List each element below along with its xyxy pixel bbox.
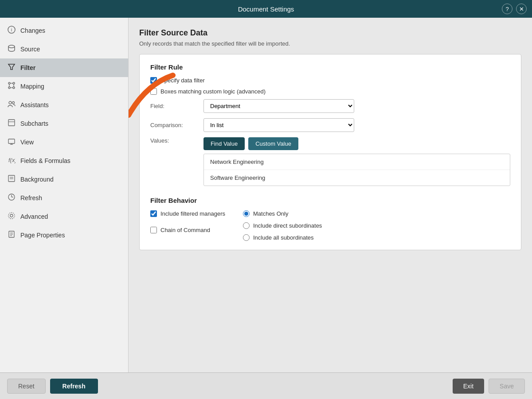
specify-filter-checkbox[interactable]	[150, 77, 157, 84]
svg-point-2	[8, 45, 15, 48]
help-button[interactable]: ?	[502, 4, 512, 14]
sidebar-item-advanced[interactable]: Advanced	[0, 207, 128, 226]
svg-marker-3	[8, 64, 15, 70]
comparison-select[interactable]: In list	[203, 118, 354, 132]
chain-of-command-label: Chain of Command	[160, 227, 210, 233]
footer: Reset Refresh Exit Save	[0, 372, 532, 399]
list-item: Software Engineering	[204, 170, 510, 186]
find-value-button[interactable]: Find Value	[203, 137, 245, 150]
sidebar-item-assistants[interactable]: Assistants	[0, 96, 128, 114]
matches-only-radio[interactable]	[243, 210, 250, 217]
sidebar-label-view: View	[20, 139, 34, 146]
values-row: Values: Find Value Custom Value Network …	[150, 137, 510, 186]
page-title: Filter Source Data	[139, 28, 521, 38]
sidebar-label-refresh: Refresh	[20, 194, 42, 201]
behavior-columns: Include filtered managers Chain of Comma…	[150, 210, 510, 241]
sidebar-item-source[interactable]: Source	[0, 40, 128, 58]
sidebar-label-background: Background	[20, 176, 54, 183]
behavior-left-col: Include filtered managers Chain of Comma…	[150, 210, 225, 241]
sidebar-item-page-properties[interactable]: Page Properties	[0, 226, 128, 244]
boxes-matching-label: Boxes matching custom logic (advanced)	[160, 88, 266, 95]
comparison-row: Comparison: In list	[150, 118, 510, 132]
matches-only-row: Matches Only	[243, 210, 322, 217]
title-bar: Document Settings ? ✕	[0, 0, 532, 18]
values-buttons: Find Value Custom Value	[203, 137, 510, 150]
include-all-row: Include all subordinates	[243, 234, 322, 241]
sidebar-item-filter[interactable]: Filter	[0, 58, 128, 77]
specify-filter-label: Specify data filter	[160, 77, 205, 84]
sidebar-item-view[interactable]: View	[0, 133, 128, 151]
list-item: Network Engineering	[204, 154, 510, 170]
sidebar-label-mapping: Mapping	[20, 83, 44, 90]
svg-point-26	[8, 213, 15, 219]
include-direct-row: Include direct subordinates	[243, 222, 322, 229]
sidebar-item-subcharts[interactable]: Subcharts	[0, 114, 128, 133]
filter-rule-title: Filter Rule	[150, 63, 510, 71]
formula-icon: f(x)	[7, 156, 16, 166]
save-button[interactable]: Save	[489, 379, 525, 394]
reset-button[interactable]: Reset	[7, 379, 46, 394]
refresh-button[interactable]: Refresh	[50, 379, 98, 394]
exit-button[interactable]: Exit	[453, 379, 484, 394]
mapping-icon	[7, 81, 16, 91]
include-filtered-row: Include filtered managers	[150, 210, 225, 217]
sidebar-label-advanced: Advanced	[20, 213, 48, 220]
field-row: Field: Department	[150, 99, 510, 113]
values-label: Values:	[150, 137, 203, 144]
filter-behavior-section: Filter Behavior Include filtered manager…	[150, 197, 510, 241]
boxes-matching-row: Boxes matching custom logic (advanced)	[150, 88, 510, 95]
include-direct-label: Include direct subordinates	[253, 222, 322, 229]
custom-value-button[interactable]: Custom Value	[248, 137, 298, 150]
sidebar-item-background[interactable]: Background	[0, 170, 128, 189]
svg-marker-32	[129, 108, 135, 124]
svg-text:f(x): f(x)	[8, 157, 16, 163]
sidebar-label-subcharts: Subcharts	[20, 120, 48, 127]
svg-point-12	[9, 101, 12, 104]
field-label: Field:	[150, 103, 203, 109]
comparison-label: Comparison:	[150, 122, 203, 128]
main-content: Filter Source Data Only records that mat…	[129, 18, 532, 372]
svg-point-5	[13, 82, 15, 84]
svg-text:i: i	[11, 27, 12, 32]
include-filtered-checkbox[interactable]	[150, 210, 157, 217]
chain-of-command-checkbox[interactable]	[150, 227, 157, 233]
sidebar-label-source: Source	[20, 46, 40, 53]
subcharts-icon	[7, 119, 16, 128]
values-list: Network Engineering Software Engineering	[203, 154, 510, 186]
sidebar-label-changes: Changes	[20, 27, 45, 34]
boxes-matching-checkbox[interactable]	[150, 88, 157, 95]
content-area: i Changes Source Filter Mappin	[0, 18, 532, 372]
chain-of-command-row: Chain of Command	[150, 227, 225, 233]
matches-only-label: Matches Only	[253, 210, 288, 217]
filter-icon	[7, 63, 16, 73]
sidebar-item-fields-formulas[interactable]: f(x) Fields & Formulas	[0, 151, 128, 170]
sidebar-label-fields: Fields & Formulas	[20, 157, 70, 164]
footer-right: Exit Save	[453, 379, 525, 394]
main-container: i Changes Source Filter Mappin	[0, 18, 532, 399]
svg-point-25	[10, 214, 13, 217]
field-select[interactable]: Department	[203, 99, 354, 113]
include-all-radio[interactable]	[243, 234, 250, 241]
svg-point-4	[8, 82, 10, 84]
page-properties-icon	[7, 230, 16, 240]
sidebar-item-changes[interactable]: i Changes	[0, 21, 128, 40]
title-bar-icons: ? ✕	[502, 4, 527, 14]
values-right: Find Value Custom Value Network Engineer…	[203, 137, 510, 186]
settings-panel: Filter Rule Specify data filter Boxes ma…	[139, 54, 521, 250]
footer-left: Reset Refresh	[7, 379, 98, 394]
svg-point-6	[8, 87, 10, 89]
filter-behavior-title: Filter Behavior	[150, 197, 510, 204]
close-button[interactable]: ✕	[516, 4, 527, 14]
page-subtitle: Only records that match the specified fi…	[139, 40, 521, 47]
sidebar-item-refresh[interactable]: Refresh	[0, 189, 128, 207]
sidebar-label-filter: Filter	[20, 64, 35, 71]
include-direct-radio[interactable]	[243, 222, 250, 229]
specify-filter-row: Specify data filter	[150, 77, 510, 84]
sidebar-label-page-properties: Page Properties	[20, 232, 65, 239]
refresh-icon	[7, 193, 16, 203]
dialog-title: Document Settings	[238, 5, 294, 13]
sidebar-item-mapping[interactable]: Mapping	[0, 77, 128, 96]
svg-rect-21	[10, 177, 13, 179]
svg-rect-14	[8, 120, 15, 126]
svg-point-13	[12, 102, 15, 104]
